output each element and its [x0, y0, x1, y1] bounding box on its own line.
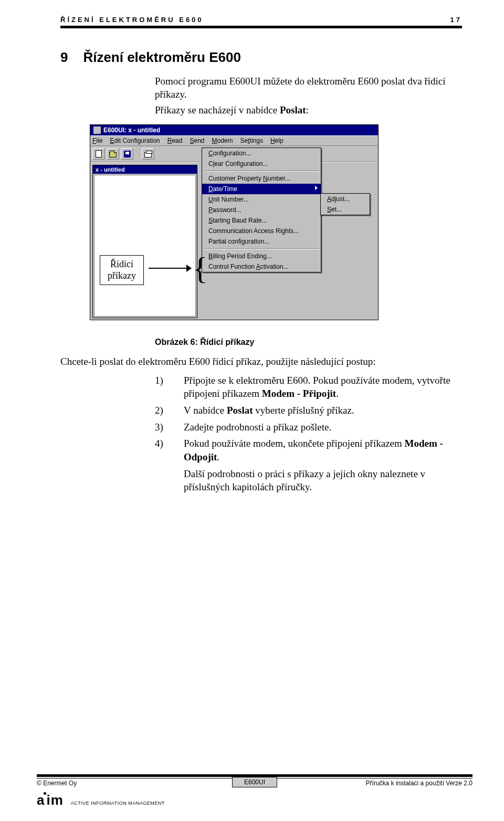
- mi-adjust[interactable]: Adjust...: [321, 194, 370, 204]
- child-window: x - untitled: [92, 165, 197, 318]
- menu-send[interactable]: Send: [190, 137, 204, 144]
- procedure-intro: Chcete-li poslat do elektroměru E600 říd…: [60, 355, 462, 369]
- footer-divider: [37, 774, 472, 777]
- system-icon: [93, 127, 101, 134]
- title-bar: E600UI: x - untitled: [90, 125, 378, 135]
- section-number: 9: [60, 49, 68, 65]
- window-frame: E600UI: x - untitled File Edit Configura…: [90, 124, 379, 320]
- mi-billing-period-ending[interactable]: Billing Period Ending...: [202, 251, 321, 261]
- submenu-arrow-icon: [315, 186, 318, 190]
- list-item: 2) V nabídce Poslat vyberte příslušný př…: [155, 404, 462, 417]
- send-menu-popup[interactable]: Configuration... Clear Configuration... …: [202, 148, 321, 272]
- mi-control-function-activation[interactable]: Control Function Activation...: [202, 261, 321, 272]
- mi-comm-access-rights[interactable]: Communication Access Rights...: [202, 226, 321, 236]
- figure-caption: Obrázek 6: Řídicí příkazy: [155, 338, 462, 347]
- callout-label: Řídicí příkazy: [100, 255, 144, 285]
- footer-logo-block: aim ACTIVE INFORMATION MANAGEMENT: [37, 792, 472, 808]
- steps-list: 1) Připojte se k elektroměru E600. Pokud…: [155, 374, 462, 464]
- new-file-icon: [96, 150, 102, 157]
- screenshot-figure: Řídicí příkazy { E600UI: x - untitled Fi…: [60, 120, 462, 330]
- mi-starting-baud-rate[interactable]: Starting Baud Rate...: [202, 215, 321, 226]
- list-item: 3) Zadejte podrobnosti a příkaz pošlete.: [155, 420, 462, 434]
- section-title: Řízení elektroměru E600: [83, 49, 241, 65]
- intro-text: Pomocí programu E600UI můžete do elektro…: [155, 75, 462, 101]
- page-number: 17: [450, 16, 462, 24]
- new-button[interactable]: [92, 148, 105, 160]
- menu-read[interactable]: Read: [167, 137, 183, 144]
- mi-set[interactable]: Set...: [321, 204, 370, 215]
- datetime-submenu-popup[interactable]: Adjust... Set...: [320, 193, 370, 215]
- printer-icon: [144, 152, 152, 157]
- child-window-title: x - untitled: [93, 165, 197, 174]
- logo-dot-icon: [44, 792, 46, 795]
- running-title: ŘÍZENÍ ELEKTROMĚRU E600: [60, 16, 204, 24]
- header-divider: [60, 26, 462, 28]
- lead-sentence: Příkazy se nacházejí v nabídce Poslat:: [155, 104, 462, 117]
- aim-logo: aim: [37, 792, 64, 808]
- mi-configuration[interactable]: Configuration...: [202, 148, 321, 159]
- menu-separator: [203, 248, 320, 249]
- closing-text: Další podrobnosti o práci s příkazy a je…: [184, 467, 462, 494]
- list-item: 1) Připojte se k elektroměru E600. Pokud…: [155, 374, 462, 401]
- open-folder-icon: [109, 152, 117, 157]
- mi-customer-property-number[interactable]: Customer Property Number...: [202, 173, 321, 184]
- callout-connector: [149, 268, 190, 269]
- callout-arrow-icon: [186, 265, 192, 272]
- page-footer: E600UI © Enermet Oy Příručka k instalaci…: [37, 774, 472, 808]
- menu-edit-config[interactable]: Edit Configuration: [110, 137, 160, 144]
- window-title: E600UI: x - untitled: [103, 127, 160, 134]
- brace-icon: {: [193, 252, 208, 284]
- running-header: ŘÍZENÍ ELEKTROMĚRU E600 17: [60, 16, 462, 26]
- section-heading: 9 Řízení elektroměru E600: [60, 49, 462, 66]
- open-button[interactable]: [107, 148, 119, 160]
- footer-right: Příručka k instalaci a použití Verze 2.0: [366, 780, 472, 787]
- mi-unit-number[interactable]: Unit Number...: [202, 194, 321, 205]
- print-button[interactable]: [142, 148, 154, 160]
- menu-settings[interactable]: Settings: [240, 137, 263, 144]
- mi-partial-configuration[interactable]: Partial configuration...: [202, 236, 321, 247]
- menu-modem[interactable]: Modem: [212, 137, 233, 144]
- child-window-client: [94, 175, 196, 317]
- menu-separator: [203, 171, 320, 172]
- menu-bar[interactable]: File Edit Configuration Read Send Modem …: [90, 135, 378, 146]
- mi-date-time[interactable]: Date/Time: [202, 184, 321, 194]
- footer-left: © Enermet Oy: [37, 780, 77, 787]
- menu-help[interactable]: Help: [270, 137, 284, 144]
- save-button[interactable]: [121, 148, 133, 160]
- aim-logo-subtitle: ACTIVE INFORMATION MANAGEMENT: [71, 801, 165, 806]
- menu-file[interactable]: File: [92, 137, 102, 144]
- mi-clear-configuration[interactable]: Clear Configuration...: [202, 159, 321, 169]
- mi-password[interactable]: Password...: [202, 205, 321, 215]
- list-item: 4) Pokud používáte modem, ukončete připo…: [155, 437, 462, 464]
- save-disk-icon: [124, 151, 131, 157]
